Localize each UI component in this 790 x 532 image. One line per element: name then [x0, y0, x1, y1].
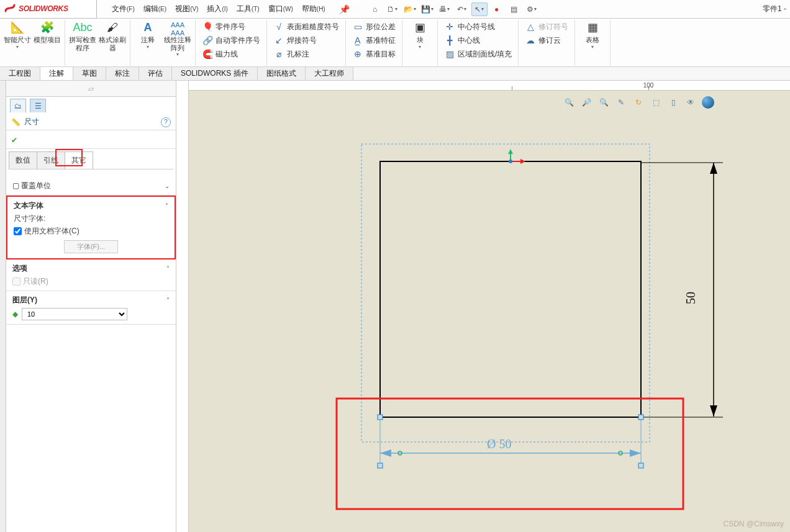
menu-insert[interactable]: 插入(I)	[207, 4, 227, 14]
menu-view[interactable]: 视图(V)	[175, 4, 198, 14]
smart-dimension-button[interactable]: 📐智能尺寸▾	[4, 20, 31, 50]
options-head: 选项	[12, 263, 27, 274]
menu-edit[interactable]: 编辑(E)	[143, 4, 166, 14]
pm-title: 尺寸	[24, 117, 39, 127]
use-doc-font-label: 使用文档字体(C)	[24, 226, 79, 237]
note-button[interactable]: A注释▾	[134, 20, 161, 50]
revision-cloud-button[interactable]: ☁修订云	[522, 34, 571, 47]
part-outline[interactable]	[380, 161, 641, 417]
hole-callout-button[interactable]: ⌀孔标注	[271, 47, 342, 61]
section-options: 选项˄ 只读(R)	[6, 259, 176, 291]
tab-evaluate[interactable]: 评估	[139, 67, 172, 80]
qat-home[interactable]: ⌂	[367, 2, 383, 16]
logo-icon	[4, 2, 16, 15]
origin-triad-icon	[508, 149, 525, 164]
watermark: CSDN @Cimswxy	[723, 520, 784, 528]
menu-tools[interactable]: 工具(T)	[237, 4, 260, 14]
menubar: 文件(F) 编辑(E) 视图(V) 插入(I) 工具(T) 窗口(W) 帮助(H…	[97, 2, 790, 16]
dimension-50-vertical[interactable]: 50	[641, 163, 723, 417]
qat-options[interactable]: ⚙	[524, 2, 540, 16]
chevron-up-icon[interactable]: ˄	[166, 265, 170, 272]
chevron-up-icon[interactable]: ˄	[165, 202, 168, 209]
svg-text:50: 50	[684, 292, 697, 304]
tab-annotation[interactable]: 注解	[40, 67, 73, 80]
subtab-value[interactable]: 数值	[9, 151, 37, 169]
panel-grip-icon[interactable]: ▱	[88, 84, 94, 93]
view-selection-box[interactable]	[361, 144, 650, 442]
qat-select[interactable]: ↖	[471, 2, 488, 16]
gtol-button[interactable]: ▭形位公差	[350, 20, 398, 34]
qat-new[interactable]: 🗋	[384, 2, 401, 16]
qat-rebuild[interactable]: ●	[489, 2, 505, 16]
svg-rect-22	[638, 415, 643, 420]
tab-sheetformat[interactable]: 图纸格式	[258, 67, 306, 80]
format-painter-button[interactable]: 🖌格式涂刷器	[99, 20, 126, 52]
svg-rect-20	[638, 463, 643, 468]
model-items-button[interactable]: 🧩模型项目	[34, 20, 61, 44]
override-units-icon: ▢	[12, 181, 21, 190]
property-manager: ▱ 🗂 ☰ 📏尺寸 ? ✔ 数值 引线 其它 ▢ 覆盖单位⌄ 文本字体˄ 尺寸字…	[6, 81, 176, 532]
svg-marker-8	[710, 163, 717, 174]
chevron-up-icon[interactable]: ˄	[166, 297, 170, 304]
use-doc-font-checkbox[interactable]	[14, 227, 22, 235]
revision-symbol-button: △修订符号	[522, 20, 571, 34]
datum-target-button[interactable]: ⊕基准目标	[350, 47, 398, 61]
menu-file[interactable]: 文件(F)	[112, 4, 135, 14]
pm-accept-icon[interactable]: ✔	[11, 136, 17, 145]
surface-finish-button[interactable]: √表面粗糙度符号	[271, 20, 342, 34]
svg-rect-21	[378, 415, 383, 420]
section-text-font: 文本字体˄ 尺寸字体: 使用文档字体(C) 字体(F)...	[6, 196, 176, 259]
dimension-icon: 📏	[11, 118, 20, 127]
svg-point-4	[509, 160, 512, 163]
spell-check-button[interactable]: Abc拼写检查程序	[69, 20, 96, 52]
layer-select[interactable]: 10	[22, 308, 127, 320]
block-button[interactable]: ▣块▾	[406, 20, 434, 50]
readonly-label: 只读(R)	[23, 276, 48, 287]
tab-lde[interactable]: 大工程师	[306, 67, 353, 80]
subtab-other[interactable]: 其它	[65, 151, 93, 169]
qat-open[interactable]: 📂	[402, 2, 418, 16]
tab-sketch[interactable]: 草图	[73, 67, 106, 80]
subtab-leader[interactable]: 引线	[37, 151, 65, 169]
menu-window[interactable]: 窗口(W)	[268, 4, 293, 14]
dim-font-label: 尺寸字体:	[14, 214, 168, 224]
linear-note-pattern-button[interactable]: AAAAAA线性注释阵列▾	[164, 20, 191, 57]
pin-icon[interactable]: 📌	[339, 4, 350, 14]
area-hatch-button[interactable]: ▨区域剖面线/填充	[442, 47, 514, 61]
balloon-button[interactable]: 🎈零件序号	[199, 20, 263, 34]
center-mark-button[interactable]: ✛中心符号线	[442, 20, 514, 34]
feature-manager-tab[interactable]: 🗂	[10, 99, 26, 112]
menu-help[interactable]: 帮助(H)	[302, 4, 325, 14]
auto-balloon-button[interactable]: 🔗自动零件序号	[199, 34, 263, 47]
table-button[interactable]: ▦表格▾	[579, 20, 606, 50]
text-font-head: 文本字体	[14, 201, 43, 211]
drawing-canvas[interactable]: 50 Ø 50	[189, 81, 790, 532]
qat-doc-props[interactable]: ▤	[506, 2, 522, 16]
section-override-units[interactable]: ▢ 覆盖单位⌄	[6, 177, 176, 196]
font-button: 字体(F)...	[64, 240, 118, 253]
tab-drawing[interactable]: 工程图	[0, 67, 40, 80]
command-manager-tabs: 工程图 注解 草图 标注 评估 SOLIDWORKS 插件 图纸格式 大工程师	[0, 67, 790, 81]
centerline-button[interactable]: ╋中心线	[442, 34, 514, 47]
app-logo: SOLIDWORKS	[0, 0, 97, 19]
chevron-down-icon[interactable]: ⌄	[165, 183, 170, 189]
quick-access-toolbar: ⌂ 🗋 📂 💾 🖶 ↶ ↖ ● ▤ ⚙	[367, 2, 540, 16]
tab-addins[interactable]: SOLIDWORKS 插件	[172, 67, 258, 80]
property-manager-tab[interactable]: ☰	[30, 99, 46, 112]
svg-text:Ø 50: Ø 50	[487, 437, 511, 451]
magnetic-line-button[interactable]: 🧲磁力线	[199, 47, 263, 61]
svg-marker-1	[520, 159, 525, 164]
svg-marker-15	[630, 449, 641, 457]
graphics-area[interactable]: 100 🔍 🔎 🔍 ✎ ↻ ⬚ ▯ 👁	[176, 81, 790, 532]
svg-marker-14	[380, 449, 391, 457]
qat-save[interactable]: 💾	[419, 2, 435, 16]
pm-help-icon[interactable]: ?	[161, 117, 171, 127]
qat-print[interactable]: 🖶	[437, 2, 453, 16]
task-pane-gutter[interactable]	[0, 81, 6, 532]
qat-undo[interactable]: ↶	[454, 2, 470, 16]
weld-symbol-button[interactable]: ↙焊接符号	[271, 34, 342, 47]
datum-feature-button[interactable]: A̲基准特征	[350, 34, 398, 47]
pm-subtabs: 数值 引线 其它	[9, 151, 173, 169]
dimension-dia50[interactable]: Ø 50	[378, 415, 643, 468]
tab-markup[interactable]: 标注	[106, 67, 139, 80]
